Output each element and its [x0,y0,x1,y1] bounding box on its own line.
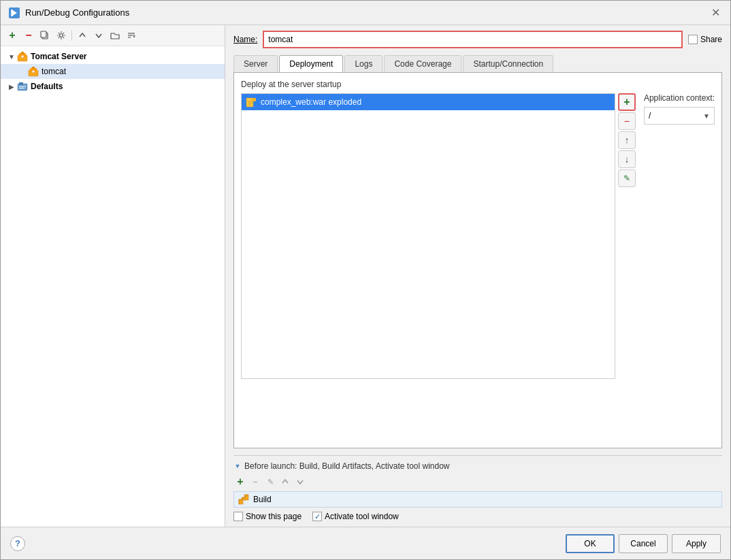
svg-point-10 [21,55,24,58]
help-button[interactable]: ? [10,536,25,551]
folder-button[interactable] [108,28,123,43]
bl-build-label: Build [253,495,272,504]
before-launch-toolbar: + − ✎ [233,475,722,489]
deploy-edit-button[interactable]: ✎ [618,169,636,187]
copy-config-button[interactable] [37,28,52,43]
before-launch-section: ▼ Before launch: Build, Build Artifacts,… [233,455,722,521]
before-launch-header: ▼ Before launch: Build, Build Artifacts,… [233,461,722,471]
deploy-item-label: complex_web:war exploded [261,97,361,107]
sidebar-item-tomcat-instance[interactable]: tomcat [1,64,225,79]
show-page-cb-box[interactable] [233,512,243,521]
name-row: Name: Share [233,31,722,48]
svg-rect-15 [32,67,35,69]
deploy-add-button[interactable]: + [618,93,636,111]
title-bar: Run/Debug Configurations ✕ [1,1,730,25]
sidebar-item-tomcat-server[interactable]: ▼ Tomcat Server [1,49,225,64]
deploy-item-complex-web[interactable]: complex_web:war exploded [242,94,615,110]
dialog-footer: ? OK Cancel Apply [1,527,730,559]
war-icon [246,97,257,108]
tab-startup-connection[interactable]: Startup/Connection [463,55,553,72]
app-context-area: Application context: / ▼ [638,93,715,441]
deploy-remove-button[interactable]: − [618,112,636,130]
app-context-select[interactable]: / ▼ [644,107,715,125]
expand-icon-defaults[interactable]: ▶ [6,81,17,92]
left-toolbar: + − [1,25,225,46]
bl-move-down-button[interactable] [293,475,307,489]
close-button[interactable]: ✕ [709,6,722,20]
sort-button[interactable] [124,28,139,43]
bl-move-up-button[interactable] [278,475,292,489]
defaults-label: Defaults [31,82,63,91]
remove-config-button[interactable]: − [21,28,36,43]
expand-icon-tomcat[interactable]: ▼ [6,51,17,62]
move-down-button[interactable] [91,28,106,43]
content-area: + − [1,25,730,527]
svg-rect-1 [11,10,13,16]
toolbar-separator [71,30,72,41]
dialog-icon [9,7,20,18]
move-up-button[interactable] [75,28,90,43]
build-icon [238,494,249,505]
right-panel: Name: Share Server Deployment Logs Code … [225,25,730,527]
deploy-move-down-button[interactable]: ↓ [618,150,636,168]
settings-button[interactable] [54,28,69,43]
tab-content-deployment: Deploy at the server startup [233,72,722,448]
bl-remove-button[interactable]: − [248,475,262,489]
svg-rect-11 [21,52,24,54]
app-context-value: / [649,111,703,120]
add-config-button[interactable]: + [5,28,20,43]
show-page-checkbox[interactable]: Show this page [233,512,302,521]
svg-rect-21 [252,98,256,101]
deploy-area: complex_web:war exploded + − ↑ ↓ ✎ [241,93,715,441]
tomcat-instance-icon [28,66,39,77]
sidebar-item-defaults[interactable]: ▶ Defaults [1,79,225,94]
left-panel: + − [1,25,225,527]
tabs-bar: Server Deployment Logs Code Coverage Sta… [233,55,722,72]
app-context-label: Application context: [644,93,715,103]
activate-tool-window-label: Activate tool window [325,512,399,521]
tomcat-server-icon [17,51,28,62]
footer-buttons: OK Cancel Apply [566,534,721,553]
name-label: Name: [233,35,257,44]
ok-button[interactable]: OK [566,534,615,553]
tab-section: Server Deployment Logs Code Coverage Sta… [233,55,722,448]
tab-code-coverage[interactable]: Code Coverage [384,55,461,72]
svg-point-4 [60,34,63,37]
share-checkbox-box[interactable] [688,35,698,44]
apply-button[interactable]: Apply [672,534,721,553]
activate-tool-window-checkbox[interactable]: ✓ Activate tool window [312,512,399,521]
before-launch-expand-icon[interactable]: ▼ [233,462,242,470]
deploy-buttons: + − ↑ ↓ ✎ [618,93,636,441]
bl-add-button[interactable]: + [233,475,247,489]
share-label: Share [700,35,722,44]
title-bar-left: Run/Debug Configurations [9,7,129,18]
deploy-list: complex_web:war exploded [241,93,615,379]
tomcat-server-label: Tomcat Server [31,52,86,61]
dialog-title: Run/Debug Configurations [25,7,129,18]
before-launch-label: Before launch: Build, Build Artifacts, A… [244,461,450,471]
share-area: Share [688,35,722,44]
expand-spacer [17,66,28,77]
cancel-button[interactable]: Cancel [619,534,668,553]
activate-tool-window-cb-box[interactable]: ✓ [312,512,322,521]
deploy-move-up-button[interactable]: ↑ [618,131,636,149]
deploy-header: Deploy at the server startup [241,80,715,89]
svg-rect-17 [19,82,23,85]
name-input[interactable] [263,31,683,48]
defaults-icon [17,81,28,92]
tab-server[interactable]: Server [233,55,278,72]
show-page-label: Show this page [246,512,302,521]
bl-edit-button[interactable]: ✎ [263,475,277,489]
app-context-dropdown-icon: ▼ [703,112,710,120]
tomcat-instance-label: tomcat [42,67,66,76]
bl-build-item[interactable]: Build [233,491,722,508]
svg-point-14 [32,70,35,73]
bottom-options: Show this page ✓ Activate tool window [233,512,722,521]
config-tree: ▼ Tomcat Server [1,46,225,527]
svg-rect-3 [41,31,46,37]
tab-deployment[interactable]: Deployment [279,55,343,72]
run-debug-dialog: Run/Debug Configurations ✕ + − [0,0,731,560]
tab-logs[interactable]: Logs [344,55,383,72]
